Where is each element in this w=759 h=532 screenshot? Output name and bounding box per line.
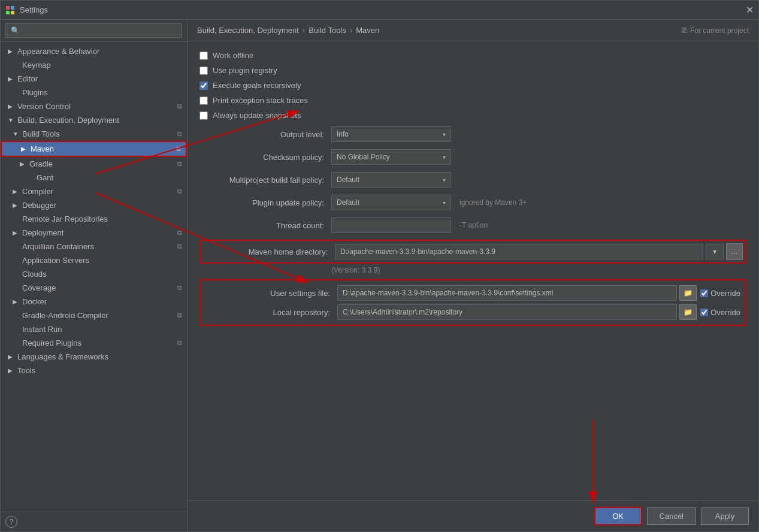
sidebar-item-deployment[interactable]: ▶ Deployment ⧉ (1, 226, 187, 240)
sidebar-item-gradle-android[interactable]: Gradle-Android Compiler ⧉ (1, 309, 187, 322)
local-repo-label: Local repository: (205, 308, 337, 317)
work-offline-row: Work offline (199, 51, 746, 60)
user-settings-browse-btn[interactable]: 📁 (679, 285, 697, 301)
sidebar-item-build-exec[interactable]: ▼ Build, Execution, Deployment (1, 113, 187, 127)
local-repo-override-checkbox[interactable] (700, 309, 708, 316)
sidebar-item-label: Editor (17, 74, 38, 83)
multiproject-policy-row: Multiproject build fail policy: Default … (199, 171, 746, 188)
sidebar-item-appearance[interactable]: ▶ Appearance & Behavior (1, 44, 187, 58)
sidebar-item-required-plugins[interactable]: Required Plugins ⧉ (1, 336, 187, 350)
chevron-down-icon: ▾ (443, 131, 446, 138)
sidebar-item-remote-jar[interactable]: Remote Jar Repositories (1, 212, 187, 226)
maven-home-input[interactable] (335, 244, 703, 259)
breadcrumb-sep2: › (350, 26, 352, 35)
plugin-update-policy-row: Plugin update policy: Default ▾ ignored … (199, 194, 746, 211)
print-exception-row: Print exception stack traces (199, 96, 746, 105)
plugin-update-policy-dropdown[interactable]: Default ▾ (331, 195, 451, 210)
thread-count-input[interactable] (331, 217, 451, 233)
sidebar-item-build-tools[interactable]: ▼ Build Tools ⧉ (1, 127, 187, 141)
sidebar-item-docker[interactable]: ▶ Docker (1, 295, 187, 309)
execute-goals-checkbox[interactable] (199, 81, 208, 90)
sidebar-item-plugins[interactable]: Plugins (1, 86, 187, 99)
sidebar-item-app-servers[interactable]: Application Servers (1, 253, 187, 267)
svg-rect-1 (11, 6, 14, 10)
checksum-policy-label: Checksum policy: (199, 153, 331, 162)
bottom-bar: OK Cancel Apply (188, 500, 758, 531)
copy-icon: ⧉ (177, 130, 182, 138)
sidebar-item-label: Debugger (22, 201, 56, 210)
sidebar-item-label: Build Tools (22, 129, 60, 138)
maven-home-dropdown-btn[interactable]: ▾ (706, 244, 724, 259)
settings-form: Work offline Use plugin registry Execute… (188, 41, 758, 500)
sidebar-item-maven[interactable]: ▶ Maven ⧉ (1, 141, 187, 157)
user-settings-label: User settings file: (205, 289, 337, 298)
svg-rect-3 (11, 11, 14, 14)
title-bar: Settings ✕ (1, 1, 758, 20)
close-button[interactable]: ✕ (746, 5, 754, 15)
maven-home-row: Maven home directory: ▾ ... (199, 240, 746, 264)
sidebar-item-coverage[interactable]: Coverage ⧉ (1, 281, 187, 295)
arrow-icon: ▶ (13, 188, 20, 195)
local-repo-override-label: Override (710, 308, 740, 317)
sidebar-item-label: Languages & Frameworks (17, 352, 108, 361)
use-plugin-registry-checkbox[interactable] (199, 66, 208, 75)
sidebar-item-keymap[interactable]: Keymap (1, 58, 187, 72)
multiproject-policy-dropdown[interactable]: Default ▾ (331, 172, 451, 188)
sidebar-item-label: Version Control (17, 102, 71, 111)
chevron-down-icon: ▾ (443, 154, 446, 161)
apply-button[interactable]: Apply (701, 507, 749, 525)
arrow-icon: ▶ (13, 229, 20, 236)
always-update-checkbox[interactable] (199, 111, 208, 120)
user-settings-override-checkbox[interactable] (700, 289, 708, 297)
for-project-text: For current project (690, 26, 749, 35)
work-offline-checkbox[interactable] (199, 52, 208, 60)
sidebar-item-label: Appearance & Behavior (17, 47, 99, 56)
output-level-label: Output level: (199, 130, 331, 139)
search-input[interactable] (5, 23, 182, 38)
help-button[interactable]: ? (5, 516, 17, 528)
sidebar-item-instant-run[interactable]: Instant Run (1, 322, 187, 336)
print-exception-checkbox[interactable] (199, 96, 208, 105)
sidebar-item-label: Clouds (22, 270, 46, 279)
sidebar-item-label: Maven (31, 144, 54, 153)
checksum-policy-value: No Global Policy (337, 153, 390, 161)
sidebar-footer: ? (1, 512, 187, 531)
local-repo-browse-btn[interactable]: 📁 (679, 304, 697, 320)
sidebar-item-compiler[interactable]: ▶ Compiler ⧉ (1, 185, 187, 198)
sidebar-item-label: Arquillian Containers (22, 242, 94, 251)
sidebar-item-gradle[interactable]: ▶ Gradle ⧉ (1, 157, 187, 171)
always-update-row: Always update snapshots (199, 111, 746, 120)
sidebar-item-label: Plugins (22, 88, 48, 97)
arrow-icon: ▶ (8, 103, 15, 110)
plugin-update-hint: ignored by Maven 3+ (459, 198, 527, 207)
local-repo-row: Local repository: 📁 Override (205, 304, 740, 320)
sidebar-item-label: Required Plugins (22, 338, 81, 347)
use-plugin-registry-label: Use plugin registry (213, 66, 277, 75)
sidebar-item-gant[interactable]: Gant (1, 171, 187, 185)
cancel-button[interactable]: Cancel (647, 507, 696, 525)
sidebar: ▶ Appearance & Behavior Keymap ▶ Editor … (1, 20, 188, 531)
sidebar-item-languages[interactable]: ▶ Languages & Frameworks (1, 350, 187, 364)
arrow-icon: ▼ (13, 131, 20, 137)
sidebar-item-debugger[interactable]: ▶ Debugger (1, 198, 187, 212)
local-repo-input[interactable] (337, 304, 677, 320)
ok-button[interactable]: OK (594, 507, 642, 525)
checksum-policy-dropdown[interactable]: No Global Policy ▾ (331, 149, 451, 165)
sidebar-item-arquillian[interactable]: Arquillian Containers ⧉ (1, 240, 187, 253)
sidebar-item-editor[interactable]: ▶ Editor (1, 72, 187, 86)
copy-icon: ⧉ (177, 188, 182, 195)
sidebar-item-version-control[interactable]: ▶ Version Control ⧉ (1, 99, 187, 113)
sidebar-item-tools[interactable]: ▶ Tools (1, 364, 187, 377)
maven-home-browse-btn[interactable]: ... (726, 243, 743, 260)
sidebar-item-label: Gant (37, 173, 53, 182)
breadcrumb-maven: Maven (356, 26, 379, 35)
copy-icon: ⧉ (177, 160, 182, 168)
thread-count-row: Thread count: -T option (199, 217, 746, 234)
arrow-icon: ▶ (13, 298, 20, 305)
sidebar-item-label: Coverage (22, 283, 56, 292)
output-level-dropdown[interactable]: Info ▾ (331, 126, 451, 142)
user-settings-input[interactable] (337, 285, 677, 301)
sidebar-item-clouds[interactable]: Clouds (1, 267, 187, 281)
sidebar-item-label: Application Servers (22, 256, 89, 265)
plugin-update-policy-label: Plugin update policy: (199, 198, 331, 207)
